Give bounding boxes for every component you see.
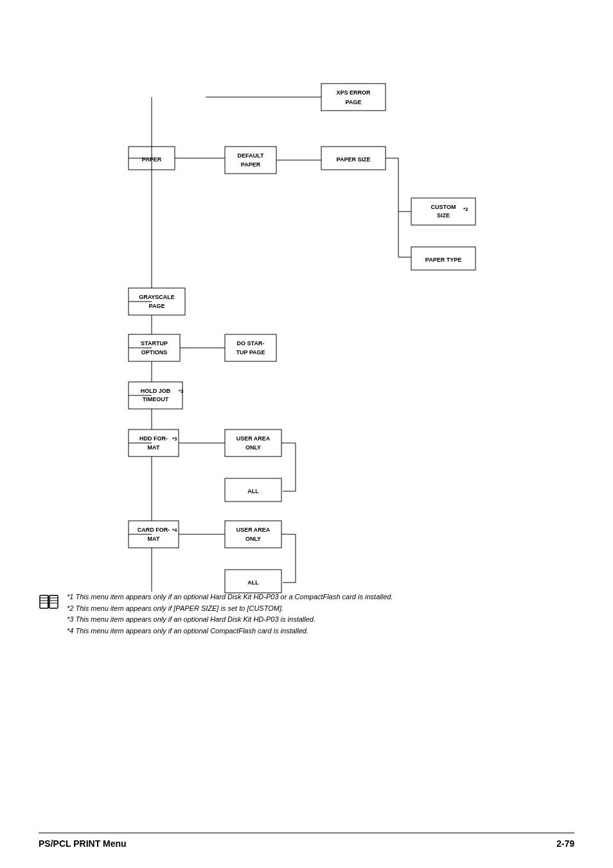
svg-text:ALL: ALL bbox=[247, 488, 259, 494]
svg-text:STARTUP: STARTUP bbox=[141, 340, 168, 347]
diagram-svg: XPS ERROR PAGE PAPER DEFAULT PAPER PAPER… bbox=[77, 51, 527, 604]
svg-text:MAT: MAT bbox=[148, 444, 160, 451]
svg-text:USER AREA: USER AREA bbox=[236, 527, 271, 533]
svg-text:*2: *2 bbox=[463, 206, 468, 212]
svg-text:PAGE: PAGE bbox=[149, 303, 165, 309]
svg-rect-7 bbox=[225, 147, 276, 174]
svg-text:TUP PAGE: TUP PAGE bbox=[236, 349, 265, 356]
svg-text:USER AREA: USER AREA bbox=[236, 435, 271, 442]
svg-rect-70 bbox=[40, 595, 48, 608]
svg-rect-0 bbox=[321, 84, 386, 111]
note-4: *4 This menu item appears only if an opt… bbox=[67, 626, 574, 637]
svg-text:XPS ERROR: XPS ERROR bbox=[336, 89, 371, 96]
svg-text:PAPER TYPE: PAPER TYPE bbox=[425, 257, 461, 263]
svg-text:PAPER SIZE: PAPER SIZE bbox=[337, 156, 371, 163]
svg-text:ONLY: ONLY bbox=[245, 444, 261, 451]
svg-text:*4: *4 bbox=[172, 527, 177, 533]
svg-text:HOLD JOB: HOLD JOB bbox=[141, 388, 171, 394]
svg-text:HDD FOR-: HDD FOR- bbox=[139, 435, 168, 442]
footer-page: 2-79 bbox=[556, 838, 574, 849]
svg-text:DO STAR-: DO STAR- bbox=[237, 340, 265, 347]
svg-text:MAT: MAT bbox=[148, 536, 160, 542]
diagram-area: XPS ERROR PAGE PAPER DEFAULT PAPER PAPER… bbox=[39, 51, 574, 579]
svg-text:*3: *3 bbox=[179, 388, 184, 394]
svg-text:ONLY: ONLY bbox=[245, 536, 261, 542]
page-container: XPS ERROR PAGE PAPER DEFAULT PAPER PAPER… bbox=[0, 0, 613, 868]
svg-text:*3: *3 bbox=[172, 436, 177, 442]
svg-rect-71 bbox=[49, 595, 58, 608]
svg-text:PAPER: PAPER bbox=[241, 161, 261, 168]
svg-text:ALL: ALL bbox=[247, 579, 259, 586]
svg-text:PAGE: PAGE bbox=[346, 99, 362, 105]
note-icon bbox=[39, 593, 59, 637]
page-footer: PS/PCL PRINT Menu 2-79 bbox=[39, 833, 574, 849]
svg-rect-34 bbox=[225, 334, 276, 361]
svg-rect-48 bbox=[225, 429, 281, 457]
svg-rect-62 bbox=[225, 521, 281, 548]
footer-title: PS/PCL PRINT Menu bbox=[39, 838, 127, 849]
svg-text:TIMEOUT: TIMEOUT bbox=[143, 396, 169, 402]
note-3: *3 This menu item appears only if an opt… bbox=[67, 614, 574, 626]
svg-text:OPTIONS: OPTIONS bbox=[141, 349, 168, 356]
note-2: *2 This menu item appears only if [PAPER… bbox=[67, 603, 574, 615]
svg-text:CARD FOR-: CARD FOR- bbox=[138, 527, 170, 533]
svg-text:GRAYSCALE: GRAYSCALE bbox=[139, 294, 175, 300]
svg-text:CUSTOM: CUSTOM bbox=[431, 204, 456, 210]
svg-text:SIZE: SIZE bbox=[437, 212, 450, 219]
svg-text:DEFAULT: DEFAULT bbox=[238, 152, 264, 159]
